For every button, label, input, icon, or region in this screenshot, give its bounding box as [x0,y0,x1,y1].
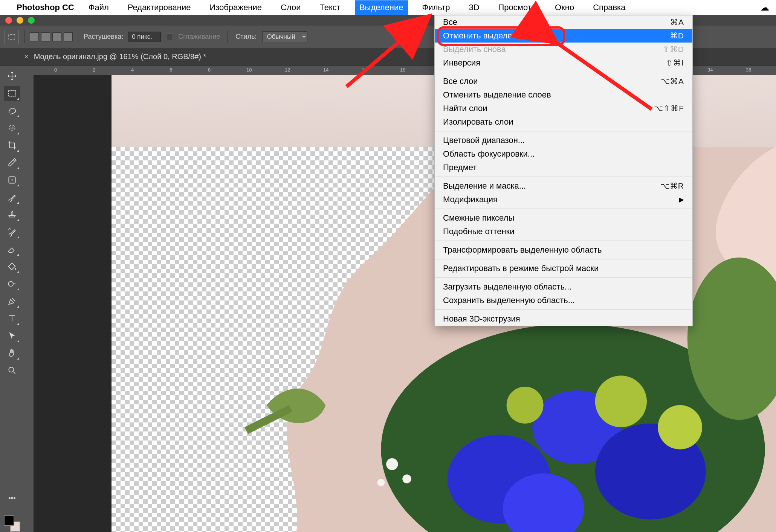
mode-intersect-icon[interactable] [64,32,73,41]
menu-item[interactable]: Область фокусировки... [435,147,692,161]
menu-item[interactable]: Подобные оттенки [435,225,692,238]
menu-item[interactable]: Цветовой диапазон... [435,134,692,147]
menu-edit[interactable]: Редактирование [123,0,196,15]
ruler-tick: 2 [93,67,95,73]
svg-point-14 [595,376,647,427]
ruler-vertical[interactable] [24,75,34,532]
menu-item[interactable]: Изолировать слои [435,115,692,129]
menu-item[interactable]: Предмет [435,161,692,174]
svg-point-7 [11,497,12,498]
menu-type[interactable]: Текст [315,0,345,15]
svg-point-18 [386,458,398,470]
menu-item[interactable]: Выделение и маска...⌥⌘R [435,179,692,193]
menu-separator [435,277,692,278]
menu-item[interactable]: Отменить выделение⌘D [435,29,692,43]
menu-item-label: Область фокусировки... [443,149,535,159]
menu-layers[interactable]: Слои [276,0,306,15]
menu-item[interactable]: Редактировать в режиме быстрой маски [435,262,692,275]
quick-select-tool[interactable] [4,120,20,136]
svg-point-5 [9,367,14,372]
menu-separator [435,131,692,131]
svg-point-19 [402,474,411,483]
menu-item: Выделить снова⇧⌘D [435,43,692,56]
svg-point-20 [377,479,385,486]
menu-file[interactable]: Файл [84,0,113,15]
crop-tool[interactable] [4,138,20,153]
menu-filter[interactable]: Фильтр [418,0,455,15]
pen-tool[interactable] [4,294,20,309]
history-brush-tool[interactable] [4,224,20,239]
antialias-label: Сглаживание [178,33,220,41]
window-zoom-button[interactable] [28,17,35,24]
color-swatches[interactable] [4,515,20,532]
foreground-color-swatch[interactable] [4,515,14,526]
menu-item[interactable]: Трансформировать выделенную область [435,243,692,257]
eraser-tool[interactable] [4,242,20,257]
clone-stamp-tool[interactable] [4,207,20,222]
app-name[interactable]: Photoshop CC [17,3,74,12]
menu-separator [435,177,692,177]
menu-3d[interactable]: 3D [464,0,484,15]
antialias-checkbox[interactable] [166,34,173,40]
ruler-tick: 16 [362,67,367,73]
menu-item-label: Трансформировать выделенную область [443,245,602,255]
lasso-tool[interactable] [4,103,20,118]
path-select-tool[interactable] [4,328,20,343]
ruler-tick: 10 [246,67,252,73]
hand-tool[interactable] [4,346,20,361]
mode-new-icon[interactable] [30,32,39,41]
paint-bucket-tool[interactable] [4,259,20,274]
menu-item[interactable]: Смежные пикселы [435,211,692,225]
menu-item[interactable]: Все слои⌥⌘A [435,75,692,88]
type-tool[interactable] [4,311,20,326]
menu-item-label: Инверсия [443,58,480,68]
menu-select[interactable]: Выделение [355,0,408,15]
menu-item-label: Модификация [443,195,498,204]
healing-brush-tool[interactable] [4,172,20,187]
tab-close-icon[interactable]: × [24,52,29,61]
marquee-tool[interactable] [4,86,20,101]
menu-item[interactable]: Новая 3D-экструзия [435,312,692,326]
menu-item[interactable]: Отменить выделение слоев [435,88,692,102]
menu-item[interactable]: Все⌘A [435,15,692,29]
mode-subtract-icon[interactable] [52,32,61,41]
dodge-tool[interactable] [4,276,20,291]
menu-item[interactable]: Сохранить выделенную область... [435,294,692,307]
menu-item[interactable]: Модификация▶ [435,193,692,206]
ruler-tick: 4 [131,67,134,73]
menu-image[interactable]: Изображение [205,0,266,15]
menu-item-label: Цветовой диапазон... [443,136,525,145]
menu-separator [435,259,692,259]
mode-add-icon[interactable] [41,32,50,41]
edit-toolbar-button[interactable] [4,491,20,506]
style-select[interactable]: Обычный [262,31,307,42]
menu-item-label: Предмет [443,163,477,172]
document-tab-title[interactable]: Модель оригинал.jpg @ 161% (Слой 0, RGB/… [34,52,206,61]
menu-item-shortcut: ⌘D [670,31,684,40]
feather-input[interactable] [128,32,161,42]
ruler-tick: 6 [170,67,172,73]
window-close-button[interactable] [5,17,12,24]
menu-item-label: Все слои [443,76,478,86]
window-minimize-button[interactable] [17,17,23,24]
menu-separator [435,309,692,310]
menu-window[interactable]: Окно [550,0,579,15]
menu-item-shortcut: ⌥⇧⌘F [654,104,684,113]
menu-item[interactable]: Инверсия⇧⌘I [435,56,692,70]
svg-rect-0 [9,34,15,39]
current-tool-icon[interactable] [5,30,19,44]
eyedropper-tool[interactable] [4,155,20,170]
menu-item[interactable]: Найти слои⌥⇧⌘F [435,102,692,115]
mac-menubar: Photoshop CC Файл Редактирование Изображ… [0,0,776,15]
creative-cloud-icon[interactable]: ☁︎ [760,2,769,13]
brush-tool[interactable] [4,190,20,205]
svg-point-8 [14,497,15,498]
ruler-tick: 12 [285,67,290,73]
menu-help[interactable]: Справка [588,0,630,15]
move-tool[interactable] [4,69,20,84]
menu-item-label: Сохранить выделенную область... [443,296,575,305]
zoom-tool[interactable] [4,363,20,378]
menu-item[interactable]: Загрузить выделенную область... [435,280,692,294]
menu-view[interactable]: Просмотр [494,0,541,15]
selection-mode-icons[interactable] [30,32,73,41]
